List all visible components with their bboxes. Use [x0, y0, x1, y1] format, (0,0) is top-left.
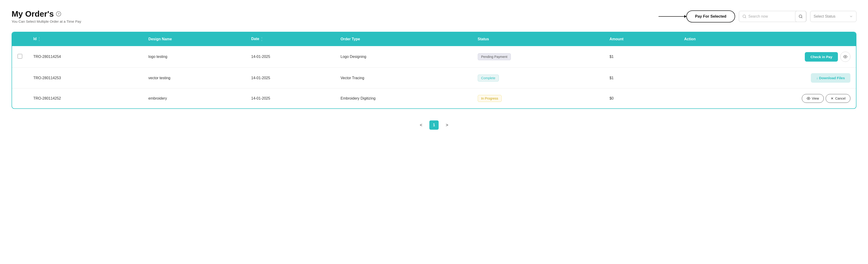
cell-action: Check in Pay: [679, 46, 856, 68]
cell-order-type: Logo Designing: [335, 46, 472, 68]
table-body: TRO-280114254 logo testing 14-01-2025 Lo…: [12, 46, 856, 108]
svg-point-4: [845, 56, 846, 57]
cell-design-name: logo testing: [143, 46, 246, 68]
search-wrapper: [739, 11, 806, 22]
status-badge: Complete: [478, 75, 499, 82]
cell-design-name: vector testing: [143, 68, 246, 88]
cell-amount: $0: [604, 88, 678, 109]
cell-date: 14-01-2025: [246, 46, 335, 68]
status-badge: Pending Payment: [478, 53, 511, 60]
next-page-button[interactable]: >: [442, 120, 452, 130]
eye-icon: [843, 55, 847, 59]
date-sort-icon: ↑↓: [261, 37, 262, 41]
eye-icon: [807, 96, 810, 100]
arrow-container: [658, 16, 686, 17]
title-section: My Order's ? You Can Select Multiple Ord…: [11, 9, 81, 23]
id-sort-icon: ↑↓: [39, 37, 40, 41]
pagination: < 1 >: [11, 118, 857, 134]
row-checkbox-cell: [12, 68, 28, 88]
help-icon[interactable]: ?: [56, 11, 61, 17]
chevron-down-icon: [849, 14, 853, 18]
col-checkbox: [12, 32, 28, 46]
cancel-button[interactable]: Cancel: [826, 94, 850, 103]
cell-design-name: embroidery: [143, 88, 246, 109]
cell-status: Complete: [472, 68, 604, 88]
cell-status: Pending Payment: [472, 46, 604, 68]
svg-line-3: [801, 17, 802, 18]
cell-id: TRO-280114254: [28, 46, 143, 68]
current-page-number[interactable]: 1: [429, 120, 439, 130]
page-header: My Order's ? You Can Select Multiple Ord…: [11, 9, 857, 23]
col-id[interactable]: Id ↑↓: [28, 32, 143, 46]
search-icon: [742, 14, 746, 19]
col-action: Action: [679, 32, 856, 46]
pay-for-selected-button[interactable]: Pay For Selected: [686, 10, 735, 23]
col-amount: Amount: [604, 32, 678, 46]
status-select-wrapper[interactable]: Select Status: [810, 11, 857, 22]
view-button[interactable]: View: [802, 94, 824, 103]
cell-id: TRO-280114253: [28, 68, 143, 88]
cell-amount: $1: [604, 46, 678, 68]
row-checkbox-cell: [12, 46, 28, 68]
table-row: TRO-280114254 logo testing 14-01-2025 Lo…: [12, 46, 856, 68]
col-status: Status: [472, 32, 604, 46]
row-checkbox[interactable]: [18, 54, 22, 59]
check-in-pay-button[interactable]: Check in Pay: [805, 52, 838, 62]
x-icon: [831, 97, 834, 100]
cell-date: 14-01-2025: [246, 68, 335, 88]
orders-table: Id ↑↓ Design Name Date ↑↓ Order Type Sta…: [11, 32, 857, 109]
search-button[interactable]: [795, 11, 806, 22]
col-design-name: Design Name: [143, 32, 246, 46]
cell-order-type: Embroidery Digitizing: [335, 88, 472, 109]
page-title: My Order's ?: [11, 9, 81, 19]
search-button-icon: [799, 14, 803, 19]
page-subtitle: You Can Select Multiple Order at a Time …: [11, 20, 81, 23]
prev-page-button[interactable]: <: [416, 120, 426, 130]
cell-action: View Cancel: [679, 88, 856, 109]
col-date[interactable]: Date ↑↓: [246, 32, 335, 46]
search-input-inner: [739, 11, 793, 22]
svg-point-5: [808, 98, 809, 99]
arrow-line: [658, 16, 686, 17]
svg-line-1: [745, 17, 746, 18]
table-row: TRO-280114252 embroidery 14-01-2025 Embr…: [12, 88, 856, 109]
download-files-button[interactable]: ↓ Download Files: [811, 73, 850, 83]
view-eye-button[interactable]: [840, 52, 850, 62]
cell-action: ↓ Download Files: [679, 68, 856, 88]
pay-selected-wrapper: Pay For Selected: [658, 10, 735, 23]
search-input[interactable]: [748, 14, 790, 19]
table-row: TRO-280114253 vector testing 14-01-2025 …: [12, 68, 856, 88]
col-order-type: Order Type: [335, 32, 472, 46]
cell-amount: $1: [604, 68, 678, 88]
status-select-label: Select Status: [814, 14, 849, 19]
cell-date: 14-01-2025: [246, 88, 335, 109]
cell-order-type: Vector Tracing: [335, 68, 472, 88]
row-checkbox-cell: [12, 88, 28, 109]
cell-status: In Progress: [472, 88, 604, 109]
header-actions: Pay For Selected Select Status: [658, 10, 857, 23]
table-header: Id ↑↓ Design Name Date ↑↓ Order Type Sta…: [12, 32, 856, 46]
cell-id: TRO-280114252: [28, 88, 143, 109]
status-badge: In Progress: [478, 95, 502, 102]
